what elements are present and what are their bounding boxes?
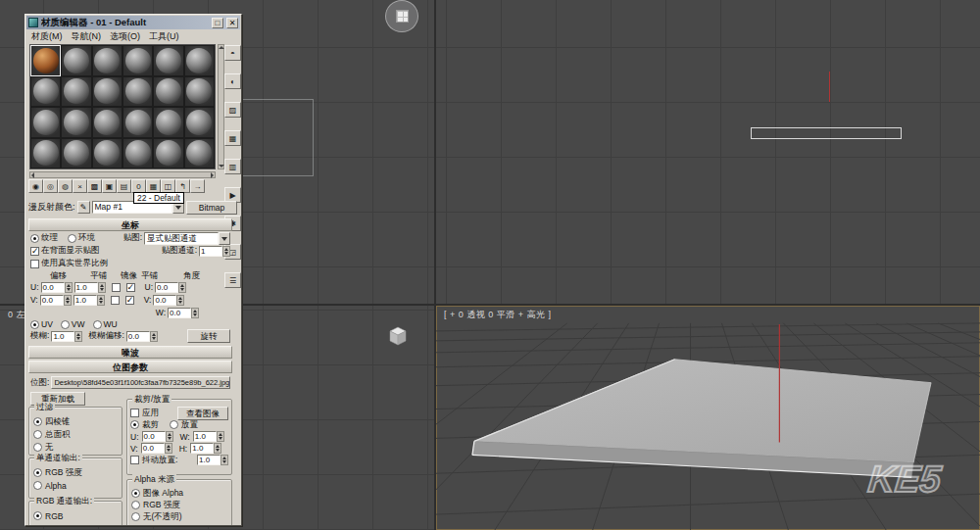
u-mirror-checkbox[interactable] — [112, 283, 121, 292]
spinner-arrows-icon[interactable] — [64, 295, 72, 306]
alpha-rgb-intensity-radio[interactable] — [131, 501, 140, 509]
sample-slot[interactable] — [184, 107, 215, 138]
v-angle-spinner[interactable]: 0.0 — [153, 295, 184, 306]
eyedropper-icon[interactable]: ✎ — [77, 201, 90, 214]
chevron-down-icon[interactable] — [219, 232, 230, 245]
spinner-arrows-icon[interactable] — [214, 443, 221, 454]
menu-utilities[interactable]: 工具(U) — [149, 30, 179, 43]
reset-map-icon[interactable]: × — [73, 179, 87, 193]
spinner-arrows-icon[interactable] — [97, 295, 105, 306]
sample-slots-vertical-scrollbar[interactable] — [218, 44, 224, 169]
scroll-left-icon[interactable] — [31, 172, 34, 178]
filter-none-radio[interactable] — [33, 443, 42, 452]
rgb-output-rgb-radio[interactable] — [33, 511, 42, 520]
alpha-image-radio[interactable] — [131, 489, 140, 498]
sample-slot[interactable] — [92, 76, 122, 108]
sample-slot[interactable] — [122, 138, 153, 169]
sample-slot[interactable] — [61, 76, 91, 108]
make-unique-icon[interactable]: ▣ — [102, 179, 117, 193]
viewcube-cube-icon[interactable] — [396, 10, 409, 23]
sample-slot[interactable] — [61, 138, 91, 169]
show-end-result-icon[interactable]: ◫ — [161, 179, 175, 193]
jitter-spinner[interactable]: 1.0 — [197, 455, 228, 465]
v-offset-spinner[interactable]: 0.0 — [40, 295, 72, 306]
rollout-coordinates[interactable]: 坐标 — [28, 218, 232, 231]
spinner-arrows-icon[interactable] — [165, 443, 172, 454]
crop-h-spinner[interactable]: 1.0 — [190, 443, 221, 454]
real-world-scale-checkbox[interactable] — [30, 260, 39, 268]
sample-slot[interactable] — [30, 107, 61, 138]
sample-slot[interactable] — [30, 76, 61, 108]
spinner-arrows-icon[interactable] — [166, 431, 173, 442]
spinner-arrows-icon[interactable] — [220, 455, 228, 465]
wu-radio[interactable] — [93, 320, 102, 329]
titlebar[interactable]: 材质编辑器 - 01 - Default □ ✕ — [26, 16, 240, 29]
view-image-button[interactable]: 查看图像 — [177, 407, 228, 420]
spinner-arrows-icon[interactable] — [98, 282, 106, 293]
maximize-button[interactable]: □ — [212, 18, 223, 28]
sample-type-icon[interactable]: ◓ — [224, 45, 241, 61]
spinner-arrows-icon[interactable] — [176, 295, 184, 306]
crop-w-spinner[interactable]: 1.0 — [193, 431, 224, 442]
map-type-button[interactable]: Bitmap — [186, 201, 237, 215]
u-angle-spinner[interactable]: 0.0 — [155, 282, 186, 293]
sample-slot[interactable] — [92, 107, 122, 138]
sample-slot[interactable] — [122, 107, 153, 138]
sample-slot[interactable] — [92, 45, 122, 76]
sample-uv-tiling-icon[interactable]: ▦ — [224, 130, 241, 146]
u-offset-spinner[interactable]: 0.0 — [41, 282, 73, 293]
close-button[interactable]: ✕ — [226, 18, 238, 28]
assign-material-to-selection-icon[interactable]: ◍ — [58, 179, 73, 193]
v-tile-checkbox[interactable] — [125, 296, 134, 305]
sample-slot[interactable] — [61, 107, 91, 138]
jitter-checkbox[interactable] — [130, 456, 139, 464]
alpha-none-opaque-radio[interactable] — [131, 512, 140, 521]
menu-options[interactable]: 选项(O) — [110, 30, 140, 43]
material-id-channel-icon[interactable]: 0 — [131, 179, 146, 193]
sample-slot[interactable] — [30, 45, 61, 76]
crop-u-spinner[interactable]: 0.0 — [142, 431, 173, 442]
place-radio[interactable] — [170, 420, 178, 429]
w-angle-spinner[interactable]: 0.0 — [168, 308, 199, 318]
show-on-back-checkbox[interactable] — [30, 247, 39, 256]
texture-radio[interactable] — [30, 234, 39, 243]
sample-slot[interactable] — [122, 76, 153, 108]
sample-slot[interactable] — [122, 45, 153, 76]
viewport-splitter-vertical[interactable] — [434, 0, 436, 530]
sample-slot[interactable] — [61, 45, 91, 76]
go-to-parent-icon[interactable]: ↰ — [175, 179, 190, 193]
plane-object-edge-view[interactable] — [751, 127, 902, 139]
mono-alpha-radio[interactable] — [33, 481, 42, 490]
show-map-in-viewport-icon[interactable]: ▦ — [146, 179, 161, 193]
viewport-top-right[interactable] — [436, 0, 980, 304]
filter-summed-area-radio[interactable] — [33, 430, 42, 439]
viewcube-home-icon[interactable] — [385, 0, 418, 32]
rollout-noise[interactable]: 噪波 — [28, 346, 232, 359]
put-to-library-icon[interactable]: ▤ — [117, 179, 131, 193]
crop-v-spinner[interactable]: 0.0 — [141, 443, 172, 454]
backlight-icon[interactable]: ◐ — [224, 73, 241, 89]
put-material-to-scene-icon[interactable]: ◎ — [43, 179, 58, 193]
scroll-right-icon[interactable] — [211, 172, 214, 178]
get-material-icon[interactable]: ◉ — [28, 179, 43, 193]
environment-radio[interactable] — [68, 234, 76, 243]
sample-slot[interactable] — [30, 138, 61, 169]
rollout-bitmap-parameters[interactable]: 位图参数 — [28, 361, 232, 373]
spinner-arrows-icon[interactable] — [191, 308, 199, 318]
u-tile-checkbox[interactable] — [126, 283, 135, 292]
blur-spinner[interactable]: 1.0 — [51, 331, 82, 342]
sample-slot[interactable] — [184, 45, 215, 76]
mono-rgb-intensity-radio[interactable] — [33, 468, 42, 477]
v-mirror-checkbox[interactable] — [111, 296, 120, 305]
sample-slot[interactable] — [92, 138, 122, 169]
background-icon[interactable]: ▨ — [224, 102, 241, 118]
rotate-button[interactable]: 旋转 — [187, 329, 230, 343]
blur-offset-spinner[interactable]: 0.0 — [126, 331, 158, 342]
sample-slot[interactable] — [153, 107, 183, 138]
spinner-arrows-icon[interactable] — [217, 431, 224, 442]
spinner-arrows-icon[interactable] — [222, 246, 230, 257]
crop-radio[interactable] — [130, 420, 139, 429]
u-tiling-spinner[interactable]: 1.0 — [74, 282, 106, 293]
go-forward-sibling-icon[interactable]: → — [190, 179, 205, 193]
video-color-check-icon[interactable]: ▥ — [224, 159, 241, 174]
